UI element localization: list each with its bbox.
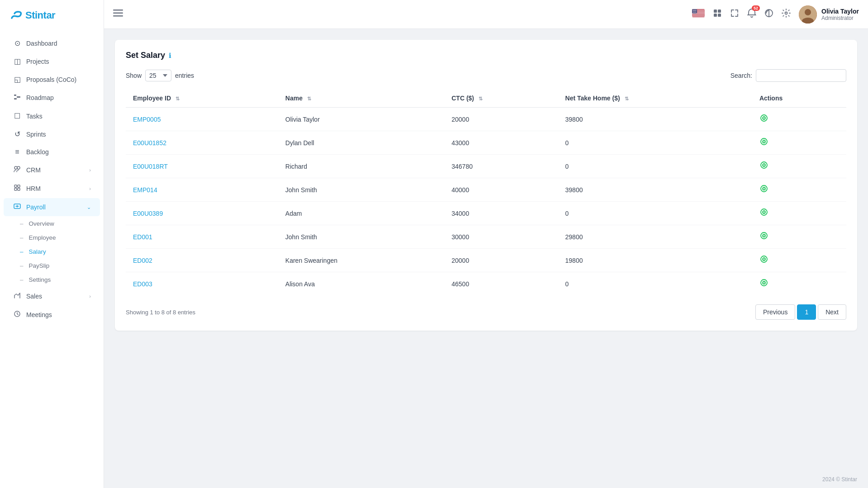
page-card: Set Salary ℹ Show 25 10 50 100 entries S… bbox=[115, 40, 857, 331]
svg-point-41 bbox=[693, 12, 694, 12]
col-net: Net Take Home ($) ⇅ bbox=[558, 89, 752, 108]
sub-label-employee: Employee bbox=[29, 234, 56, 241]
cell-net: 0 bbox=[558, 155, 752, 178]
emp-id-link[interactable]: ED002 bbox=[133, 257, 152, 264]
svg-rect-7 bbox=[14, 188, 17, 190]
sidebar-item-hrm[interactable]: HRM › bbox=[4, 180, 100, 198]
svg-rect-2 bbox=[14, 98, 17, 99]
table-row: ED002 Karen Swearingen 20000 19800 bbox=[126, 249, 846, 272]
settings-icon[interactable] bbox=[782, 9, 791, 20]
sidebar-sub-overview[interactable]: Overview bbox=[0, 217, 104, 231]
sidebar-sub-employee[interactable]: Employee bbox=[0, 231, 104, 245]
cell-emp-id: ED003 bbox=[126, 272, 278, 296]
cell-name: Richard bbox=[278, 155, 444, 178]
svg-rect-57 bbox=[718, 14, 721, 17]
svg-point-67 bbox=[764, 141, 764, 142]
emp-id-link[interactable]: E00U0389 bbox=[133, 210, 163, 217]
cell-net: 0 bbox=[558, 131, 752, 155]
sidebar-label-proposals: Proposals (CoCo) bbox=[26, 76, 76, 83]
cell-ctc: 20000 bbox=[444, 249, 558, 272]
sidebar-item-tasks[interactable]: ☐ Tasks bbox=[4, 107, 100, 125]
svg-point-70 bbox=[764, 165, 764, 166]
svg-rect-13 bbox=[113, 15, 123, 17]
sidebar-item-proposals[interactable]: ◱ Proposals (CoCo) bbox=[4, 71, 100, 88]
sidebar: Stintar ⊙ Dashboard ◫ Projects ◱ Proposa… bbox=[0, 0, 104, 488]
sort-icon-net[interactable]: ⇅ bbox=[625, 96, 629, 101]
col-actions: Actions bbox=[752, 89, 846, 108]
svg-point-37 bbox=[694, 11, 694, 11]
sidebar-item-sales[interactable]: Sales › bbox=[4, 287, 100, 305]
emp-id-link[interactable]: ED001 bbox=[133, 233, 152, 241]
dark-mode-icon[interactable] bbox=[764, 9, 773, 20]
sidebar-item-payroll[interactable]: Payroll ⌄ bbox=[4, 198, 100, 216]
emp-id-link[interactable]: EMP0005 bbox=[133, 116, 161, 123]
svg-rect-11 bbox=[113, 9, 123, 11]
expand-icon[interactable] bbox=[730, 9, 739, 20]
notification-icon[interactable]: 52 bbox=[747, 8, 756, 20]
sidebar-label-tasks: Tasks bbox=[26, 113, 43, 120]
user-profile[interactable]: Olivia Taylor Administrator bbox=[799, 5, 859, 24]
view-icon[interactable] bbox=[759, 139, 768, 148]
table-controls: Show 25 10 50 100 entries Search: bbox=[126, 69, 846, 82]
table-row: EMP014 John Smith 40000 39800 bbox=[126, 178, 846, 202]
sidebar-sub-settings[interactable]: Settings bbox=[0, 273, 104, 287]
svg-point-35 bbox=[696, 10, 697, 11]
emp-id-link[interactable]: EMP014 bbox=[133, 186, 157, 194]
cell-ctc: 46500 bbox=[444, 272, 558, 296]
sort-icon-emp-id[interactable]: ⇅ bbox=[175, 96, 180, 101]
sort-icon-name[interactable]: ⇅ bbox=[307, 96, 311, 101]
svg-point-76 bbox=[764, 212, 764, 213]
sidebar-sub-payslip[interactable]: PaySlip bbox=[0, 259, 104, 273]
sort-icon-ctc[interactable]: ⇅ bbox=[479, 96, 483, 101]
svg-point-46 bbox=[694, 12, 694, 13]
footer: 2024 © Stintar bbox=[104, 471, 868, 488]
notification-badge: 52 bbox=[752, 5, 760, 11]
info-icon[interactable]: ℹ bbox=[169, 52, 171, 60]
svg-point-64 bbox=[764, 118, 764, 118]
emp-id-link[interactable]: ED003 bbox=[133, 280, 152, 288]
view-icon[interactable] bbox=[759, 186, 768, 195]
emp-id-link[interactable]: E00U01852 bbox=[133, 139, 166, 147]
sidebar-item-sprints[interactable]: ↺ Sprints bbox=[4, 125, 100, 143]
svg-rect-1 bbox=[17, 96, 20, 98]
cell-emp-id: EMP0005 bbox=[126, 108, 278, 131]
col-ctc: CTC ($) ⇅ bbox=[444, 89, 558, 108]
sidebar-item-meetings[interactable]: Meetings bbox=[4, 306, 100, 324]
svg-point-22 bbox=[693, 9, 693, 10]
svg-rect-54 bbox=[714, 9, 717, 13]
svg-point-34 bbox=[695, 10, 696, 11]
grid-icon[interactable] bbox=[713, 9, 722, 20]
menu-icon[interactable] bbox=[113, 9, 123, 19]
cell-name: John Smith bbox=[278, 225, 444, 249]
view-icon[interactable] bbox=[759, 233, 768, 242]
crm-icon bbox=[13, 166, 22, 175]
user-details: Olivia Taylor Administrator bbox=[821, 8, 859, 21]
payroll-chevron: ⌄ bbox=[87, 204, 91, 210]
entries-select[interactable]: 25 10 50 100 bbox=[145, 70, 171, 81]
cell-name: Olivia Taylor bbox=[278, 108, 444, 131]
logo[interactable]: Stintar bbox=[0, 0, 104, 34]
language-selector[interactable] bbox=[692, 9, 705, 19]
emp-id-link[interactable]: E00U018RT bbox=[133, 163, 168, 170]
sidebar-sub-salary[interactable]: Salary bbox=[0, 245, 104, 259]
view-icon[interactable] bbox=[759, 209, 768, 218]
sidebar-item-backlog[interactable]: ≡ Backlog bbox=[4, 143, 100, 161]
view-icon[interactable] bbox=[759, 256, 768, 265]
search-input[interactable] bbox=[756, 69, 846, 82]
pagination-info: Showing 1 to 8 of 8 entries bbox=[126, 309, 195, 316]
previous-button[interactable]: Previous bbox=[755, 304, 795, 320]
sidebar-item-dashboard[interactable]: ⊙ Dashboard bbox=[4, 34, 100, 52]
backlog-icon: ≡ bbox=[13, 148, 22, 156]
sidebar-item-projects[interactable]: ◫ Projects bbox=[4, 52, 100, 70]
svg-point-53 bbox=[696, 13, 697, 13]
next-button[interactable]: Next bbox=[818, 304, 846, 320]
view-icon[interactable] bbox=[759, 280, 768, 289]
svg-point-23 bbox=[693, 9, 694, 10]
sidebar-item-roadmap[interactable]: Roadmap bbox=[4, 89, 100, 107]
sidebar-item-crm[interactable]: CRM › bbox=[4, 161, 100, 179]
user-name: Olivia Taylor bbox=[821, 8, 859, 15]
page-1-button[interactable]: 1 bbox=[797, 304, 816, 320]
view-icon[interactable] bbox=[759, 162, 768, 171]
main-area: 52 Olivia Taylor bbox=[104, 0, 868, 488]
view-icon[interactable] bbox=[759, 115, 768, 124]
